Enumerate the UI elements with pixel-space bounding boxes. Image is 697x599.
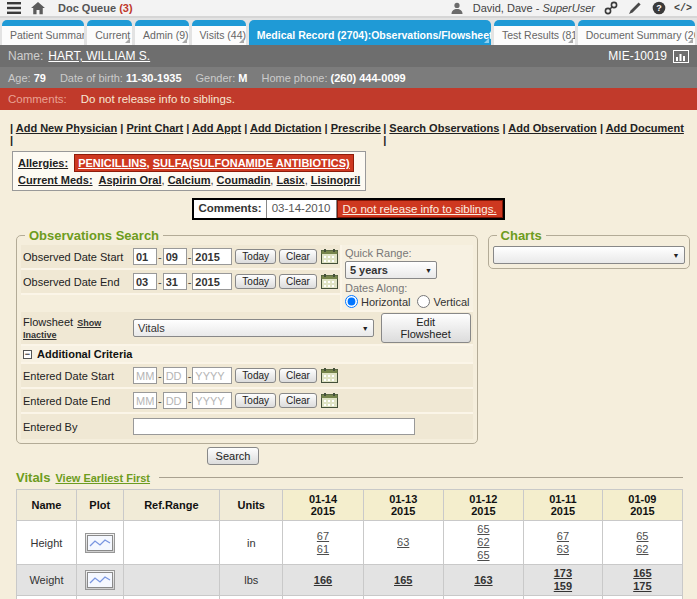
observation-value-link[interactable]: 67 [285,530,360,543]
entered-by-input[interactable] [133,418,415,435]
pencil-icon[interactable] [627,1,643,15]
entered-end-clear-button[interactable]: Clear [279,393,317,408]
observation-value-link[interactable]: 166 [285,574,360,587]
home-icon[interactable] [30,1,46,15]
observed-start-clear-button[interactable]: Clear [279,249,317,264]
med-link-calcium[interactable]: Calcium [168,174,211,186]
observation-value-link[interactable]: 175 [605,580,680,593]
observed-end-today-button[interactable]: Today [235,274,276,289]
observation-value-link[interactable]: 61 [285,543,360,556]
quick-range-select[interactable]: 5 years▼ [345,261,437,279]
col-header-date-01-09: 01-092015 [602,490,682,521]
plot-thumbnail-icon[interactable] [85,533,115,553]
action-link-add-document[interactable]: Add Document [606,122,684,134]
action-link-add-new-physician[interactable]: Add New Physician [16,122,117,134]
action-link-add-appt[interactable]: Add Appt [192,122,241,134]
med-link-lisinopril[interactable]: Lisinopril [311,174,361,186]
observed-end-year-input[interactable] [192,273,232,290]
observation-value-link[interactable]: 165 [605,567,680,580]
help-icon[interactable]: ? [651,1,667,15]
allergy-link-penicillins[interactable]: PENICILLINS [78,157,146,169]
observation-value-link[interactable]: 67 [526,530,600,543]
action-link-print-chart[interactable]: Print Chart [126,122,183,134]
entered-start-month-input[interactable] [133,367,157,384]
code-icon[interactable]: </> [675,1,691,15]
chart-icon[interactable] [673,49,689,63]
observation-value-link[interactable]: 165 [366,574,441,587]
dates-along-horizontal-radio[interactable] [345,295,358,308]
current-user[interactable]: David, Dave - SuperUser [473,2,595,14]
view-earliest-first-link[interactable]: View Earliest First [55,472,150,484]
entered-end-today-button[interactable]: Today [235,393,276,408]
patient-name-link[interactable]: HART, WILLIAM S. [48,49,150,63]
tab-current[interactable]: Current [87,20,132,45]
observed-start-month-input[interactable] [133,248,157,265]
flowsheet-select[interactable]: Vitals▼ [133,319,374,337]
tab-document-summary-267[interactable]: Document Summary (267) [578,20,695,45]
tab-visits-44[interactable]: Visits (44) [192,20,246,45]
entered-end-year-input[interactable] [192,392,232,409]
additional-criteria-toggle[interactable]: − Additional Criteria [21,346,473,364]
tab-patient-summary[interactable]: Patient Summary [2,20,84,45]
entered-start-day-input[interactable] [163,367,187,384]
col-header-units: Units [220,490,283,521]
allergy-box: Allergies: PENICILLINS, SULFA(SULFONAMID… [12,151,366,191]
observed-start-today-button[interactable]: Today [235,249,276,264]
observations-search-title: Observations Search [25,228,163,243]
action-link-add-dictation[interactable]: Add Dictation [250,122,322,134]
observation-value-link[interactable]: 62 [446,536,521,549]
entered-start-calendar-icon[interactable] [321,368,338,383]
entered-start-clear-button[interactable]: Clear [279,368,317,383]
vital-plot-cell [76,596,123,599]
phone-label: Home phone: [261,72,327,84]
current-meds-label[interactable]: Current Meds: [18,172,93,188]
observation-value-link[interactable]: 65 [605,530,680,543]
observation-value-link[interactable]: 62 [605,543,680,556]
observation-value-link[interactable]: 63 [366,536,441,549]
vital-units: kg/m2 [220,596,283,599]
entered-by-label: Entered By [23,421,133,433]
observed-end-calendar-icon[interactable] [321,274,338,289]
doc-queue-link[interactable]: Doc Queue (3) [58,2,133,14]
age-label: Age: [8,72,31,84]
plot-thumbnail-icon[interactable] [85,570,115,590]
vital-units: in [220,521,283,565]
action-link-search-observations[interactable]: Search Observations [389,122,499,134]
tab-medical-record-2704-observations-flowshe[interactable]: Medical Record (2704):Observations/Flows… [249,20,491,45]
observation-value-link[interactable]: 65 [446,549,521,562]
search-button[interactable]: Search [207,447,260,465]
entered-start-today-button[interactable]: Today [235,368,276,383]
action-link-add-observation[interactable]: Add Observation [508,122,597,134]
dates-along-vertical-radio[interactable] [417,295,430,308]
vital-values-cell: 26.2817.9529.6519.96 [443,596,523,599]
entered-end-calendar-icon[interactable] [321,393,338,408]
observed-end-clear-button[interactable]: Clear [279,274,317,289]
col-header-date-01-12: 01-122015 [443,490,523,521]
observation-value-link[interactable]: 63 [526,543,600,556]
entered-start-year-input[interactable] [192,367,232,384]
observation-value-link[interactable]: 163 [446,574,521,587]
charts-select[interactable]: ▼ [493,246,685,264]
observed-end-day-input[interactable] [163,273,187,290]
observed-end-month-input[interactable] [133,273,157,290]
action-link-prescribe[interactable]: Prescribe [331,122,381,134]
observed-start-year-input[interactable] [192,248,232,265]
observation-value-link[interactable]: 173 [526,567,600,580]
med-link-aspirin-oral[interactable]: Aspirin Oral [99,174,162,186]
link-icon[interactable] [603,1,619,15]
observation-value-link[interactable]: 159 [526,580,600,593]
med-link-lasix[interactable]: Lasix [276,174,304,186]
allergies-label[interactable]: Allergies: [18,155,68,171]
observed-start-day-input[interactable] [163,248,187,265]
entered-end-month-input[interactable] [133,392,157,409]
tab-admin-9[interactable]: Admin (9) [135,20,188,45]
med-link-coumadin[interactable]: Coumadin [217,174,271,186]
hamburger-menu-icon[interactable] [6,1,22,15]
edit-flowsheet-button[interactable]: Edit Flowsheet [381,313,471,343]
observation-value-link[interactable]: 65 [446,523,521,536]
tab-test-results-81[interactable]: Test Results (81) [494,20,575,45]
entered-end-day-input[interactable] [163,392,187,409]
comment-banner-link[interactable]: Do not release info to siblings. [343,203,497,215]
allergy-link-sulfa-sulfonamide-antibiotics[interactable]: SULFA(SULFONAMIDE ANTIBIOTICS) [153,157,350,169]
observed-start-calendar-icon[interactable] [321,249,338,264]
